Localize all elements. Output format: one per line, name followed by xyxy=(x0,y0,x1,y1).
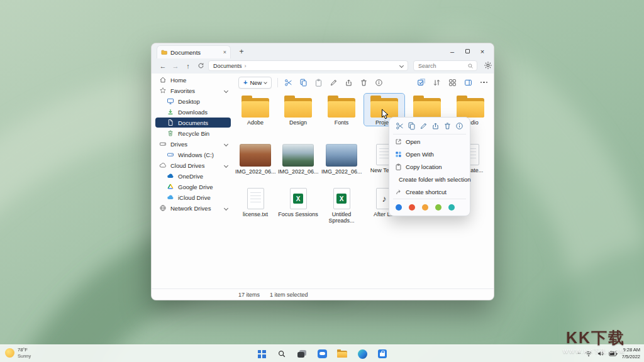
cut-button[interactable] xyxy=(284,78,293,87)
menu-item-open-with[interactable]: Open With xyxy=(389,148,470,160)
menu-item-create-shortcut[interactable]: Create shortcut xyxy=(389,185,470,198)
edge-button[interactable] xyxy=(355,346,370,361)
tag-color-red[interactable] xyxy=(409,204,415,211)
chevron-down-icon[interactable] xyxy=(224,141,228,146)
more-button[interactable] xyxy=(479,78,489,87)
sidebar-item-downloads[interactable]: Downloads xyxy=(155,107,231,117)
task-view-icon xyxy=(297,350,306,358)
wifi-icon[interactable] xyxy=(585,350,592,357)
taskbar-weather-widget[interactable]: 78°F Sunny xyxy=(5,347,31,359)
sidebar-section-drives[interactable]: Drives xyxy=(155,139,231,149)
sidebar-item-onedrive[interactable]: OneDrive xyxy=(155,171,231,181)
sidebar-item-home[interactable]: Home xyxy=(155,75,231,85)
sidebar-item-desktop[interactable]: Desktop xyxy=(155,96,231,106)
file-item-img1[interactable]: IMG_2022_06... xyxy=(235,141,275,175)
text-file-icon xyxy=(247,188,264,209)
sidebar-item-google-drive[interactable]: Google Drive xyxy=(155,182,231,192)
refresh-button[interactable] xyxy=(196,60,206,71)
search-box[interactable] xyxy=(413,60,477,71)
chevron-down-icon[interactable] xyxy=(224,163,228,167)
settings-button[interactable] xyxy=(484,61,494,71)
multiselect-button[interactable] xyxy=(416,78,426,87)
file-name: IMG_2022_06... xyxy=(321,168,362,175)
rename-icon[interactable] xyxy=(419,122,428,130)
new-button[interactable]: + New xyxy=(238,77,272,89)
tray-chevron-icon[interactable]: ^ xyxy=(578,351,580,356)
menu-item-create-folder-with-selection[interactable]: Create folder with selection xyxy=(389,173,470,185)
forward-button[interactable]: → xyxy=(170,60,180,71)
file-item-untitled-spreadsheet[interactable]: X Untitled Spreads... xyxy=(321,185,362,224)
menu-item-open[interactable]: Open xyxy=(389,135,470,148)
file-item-adobe[interactable]: Adobe xyxy=(235,94,275,126)
navigation-bar: ← → ↑ Documents › xyxy=(152,58,494,74)
open-icon xyxy=(395,138,402,145)
maximize-button[interactable] xyxy=(460,45,475,57)
delete-button[interactable] xyxy=(359,78,369,87)
taskbar-clock[interactable]: 9:28 AM 7/5/2022 xyxy=(622,347,640,359)
share-button[interactable] xyxy=(344,78,353,87)
sidebar-section-network-drives[interactable]: Network Drives xyxy=(155,203,231,213)
file-item-license[interactable]: license.txt xyxy=(235,185,275,217)
minimize-button[interactable]: – xyxy=(445,45,460,57)
sidebar-item-documents[interactable]: Documents xyxy=(155,118,231,128)
file-item-fonts[interactable]: Fonts xyxy=(321,94,362,126)
properties-button[interactable] xyxy=(374,78,384,87)
windows-logo-icon xyxy=(258,350,266,358)
paste-button[interactable] xyxy=(314,78,323,87)
up-button[interactable]: ↑ xyxy=(183,60,193,71)
open-with-icon xyxy=(395,151,402,158)
sidebar-section-favorites[interactable]: Favorites xyxy=(155,85,231,96)
tag-color-teal[interactable] xyxy=(448,204,455,211)
tag-color-green[interactable] xyxy=(435,204,441,211)
taskbar-search-button[interactable] xyxy=(274,346,289,361)
tab-close-icon[interactable]: × xyxy=(223,50,226,55)
battery-icon[interactable] xyxy=(609,351,618,357)
sort-button[interactable] xyxy=(432,78,441,87)
search-input[interactable] xyxy=(417,62,467,70)
breadcrumb[interactable]: Documents xyxy=(213,63,242,69)
chat-button[interactable] xyxy=(314,346,330,361)
desktop-icon xyxy=(167,97,174,105)
file-item-focus-sessions[interactable]: X Focus Sessions xyxy=(278,185,318,217)
chevron-down-icon[interactable] xyxy=(224,88,228,92)
excel-file-icon: X xyxy=(290,188,307,209)
share-icon[interactable] xyxy=(431,122,440,130)
file-explorer-window: Documents × + – × ← → ↑ Documents › xyxy=(151,43,494,300)
close-button[interactable]: × xyxy=(475,45,490,57)
tab-documents[interactable]: Documents × xyxy=(157,45,231,58)
new-tab-button[interactable]: + xyxy=(236,46,247,57)
volume-icon[interactable] xyxy=(597,350,604,357)
tag-color-blue[interactable] xyxy=(396,204,402,211)
file-item-design[interactable]: Design xyxy=(278,94,318,126)
more-icon xyxy=(480,82,488,84)
address-bar[interactable]: Documents › xyxy=(208,60,408,71)
cut-icon[interactable] xyxy=(396,122,404,130)
file-name: Untitled Spreads... xyxy=(321,211,362,224)
rename-button[interactable] xyxy=(329,78,338,87)
file-item-img3[interactable]: IMG_2022_06... xyxy=(321,141,362,175)
back-button[interactable]: ← xyxy=(158,60,168,71)
search-icon xyxy=(277,349,286,358)
task-view-button[interactable] xyxy=(294,346,309,361)
sort-icon xyxy=(433,79,441,87)
sidebar-item-recycle-bin[interactable]: Recycle Bin xyxy=(155,128,231,138)
file-explorer-button[interactable] xyxy=(335,346,350,361)
rename-icon xyxy=(330,79,338,87)
menu-item-copy-location[interactable]: Copy location xyxy=(389,160,470,173)
copy-button[interactable] xyxy=(299,78,308,87)
start-button[interactable] xyxy=(254,346,269,361)
address-dropdown-icon[interactable] xyxy=(399,63,404,68)
file-name: IMG_2022_06... xyxy=(235,168,275,175)
info-icon[interactable] xyxy=(455,122,464,130)
trash-icon[interactable] xyxy=(443,122,452,130)
sidebar-item-icloud-drive[interactable]: iCloud Drive xyxy=(155,192,231,202)
store-button[interactable] xyxy=(375,346,390,361)
sidebar-item-windows-c[interactable]: Windows (C:) xyxy=(155,150,231,160)
details-pane-button[interactable] xyxy=(464,78,473,87)
tag-color-orange[interactable] xyxy=(422,204,428,211)
chevron-down-icon[interactable] xyxy=(224,206,228,210)
sidebar-section-cloud-drives[interactable]: Cloud Drives xyxy=(155,160,231,170)
file-item-img2[interactable]: IMG_2022_06... xyxy=(278,141,318,175)
copy-icon[interactable] xyxy=(408,122,416,130)
layout-button[interactable] xyxy=(448,78,457,87)
